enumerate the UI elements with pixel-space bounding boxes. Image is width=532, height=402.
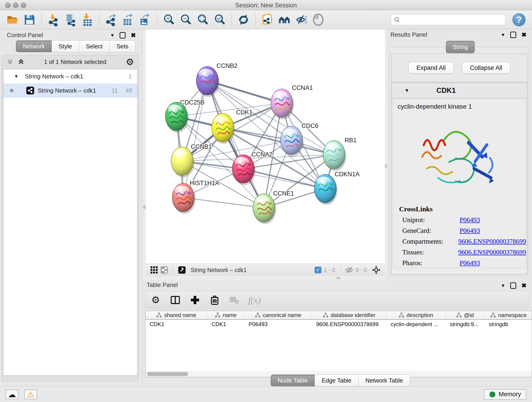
warning-icon[interactable]: ⚠ xyxy=(24,390,37,399)
node-description: cyclin-dependent kinase 1 xyxy=(398,103,526,110)
network-node-cdc6[interactable]: CDC6 xyxy=(280,122,318,157)
panel-float-icon[interactable] xyxy=(510,282,516,289)
panel-float-icon[interactable] xyxy=(120,32,126,38)
splitter-left[interactable] xyxy=(143,29,146,280)
zoom-in-icon[interactable] xyxy=(162,12,176,27)
fit-selected-crosshair-icon[interactable] xyxy=(371,264,382,275)
splitter-grip[interactable] xyxy=(143,205,146,209)
hide-details-eye-slash-icon[interactable] xyxy=(294,12,308,27)
tab-node-table[interactable]: Node Table xyxy=(271,375,315,386)
panel-menu-icon[interactable]: ▼ xyxy=(110,33,115,38)
save-session-icon[interactable] xyxy=(22,12,37,27)
network-share-view-icon[interactable] xyxy=(159,265,169,275)
column-header-name[interactable]: name xyxy=(207,311,244,319)
panel-close-icon[interactable]: ✖ xyxy=(131,32,136,38)
node-label-cdkn1a: CDKN1A xyxy=(335,171,360,178)
zoom-fit-icon[interactable] xyxy=(196,12,210,27)
network-canvas[interactable]: CCNB2CCNA1CDC25BCDK1CDC6RB1CCNB1CCNA2CDK… xyxy=(146,29,385,264)
help-icon[interactable]: ? xyxy=(512,13,526,26)
tab-sets[interactable]: Sets xyxy=(109,40,135,52)
crosslink-link[interactable]: 9606.ENSP00000378699 xyxy=(458,249,526,256)
network-node-ccne1[interactable]: CCNE1 xyxy=(253,190,294,224)
tab-select[interactable]: Select xyxy=(79,40,109,52)
scrollbar-thumb[interactable] xyxy=(147,372,188,376)
edge-cdk1-rb1[interactable] xyxy=(223,128,334,155)
collection-count: 1 xyxy=(128,73,132,80)
network-node-rb1[interactable]: RB1 xyxy=(323,137,357,171)
add-column-icon[interactable] xyxy=(189,294,201,306)
import-network-file-icon[interactable] xyxy=(46,12,60,27)
tree-expand-icon[interactable]: ▼ xyxy=(14,74,19,79)
network-node-ccna1[interactable]: CCNA1 xyxy=(271,84,313,119)
show-columns-icon[interactable] xyxy=(169,294,181,306)
table-row[interactable]: CDK1CDK1P064939606.ENSP00000378699cyclin… xyxy=(146,320,532,329)
hidden-eye-slash-icon[interactable] xyxy=(345,266,353,274)
open-session-icon[interactable] xyxy=(6,12,20,27)
tab-network[interactable]: Network xyxy=(16,40,52,52)
collapse-all-button[interactable]: Collapse All xyxy=(462,62,510,74)
network-node-cdkn1a[interactable]: CDKN1A xyxy=(314,171,360,205)
grid-view-icon[interactable] xyxy=(149,265,159,275)
function-builder-icon[interactable]: f(x) xyxy=(248,295,261,306)
delete-column-trash-icon[interactable] xyxy=(209,294,221,306)
panel-close-icon[interactable]: ✖ xyxy=(521,283,526,289)
column-header-shared-name[interactable]: shared name xyxy=(146,311,207,319)
open-in-window-icon[interactable] xyxy=(177,265,187,275)
expand-all-chevron-icon[interactable] xyxy=(18,58,25,65)
search-field-wrap xyxy=(391,14,505,25)
network-node-ccna2[interactable]: CCNA2 xyxy=(232,151,273,185)
export-network-icon[interactable] xyxy=(104,12,118,27)
crosslink-link[interactable]: P06493 xyxy=(460,216,480,224)
zoom-selected-icon[interactable] xyxy=(213,12,227,27)
panel-menu-icon[interactable]: ▼ xyxy=(501,32,505,37)
crosslink-link[interactable]: P06493 xyxy=(460,259,480,267)
node-section-header[interactable]: ▼ CDK1 xyxy=(392,83,527,98)
apply-layout-icon[interactable] xyxy=(236,12,251,27)
export-table-icon[interactable] xyxy=(121,12,135,27)
column-type-icon xyxy=(156,313,162,318)
glass-ball-icon[interactable] xyxy=(311,12,325,27)
panel-float-icon[interactable] xyxy=(510,32,516,38)
window-title: Session: New Session xyxy=(0,2,532,9)
export-image-icon[interactable] xyxy=(138,12,152,27)
section-collapse-icon[interactable]: ▼ xyxy=(404,88,409,94)
selected-checkbox-icon[interactable]: ✓ xyxy=(315,267,322,274)
collapse-all-chevron-icon[interactable] xyxy=(7,58,13,65)
table-settings-gear-icon[interactable]: ⚙ xyxy=(150,294,162,306)
tab-network-table[interactable]: Network Table xyxy=(358,375,410,386)
column-header-description[interactable]: description xyxy=(386,311,446,319)
clone-network-icon[interactable] xyxy=(260,12,274,27)
tab-string[interactable]: String xyxy=(446,41,475,53)
edge-ccnb2-ccne1[interactable] xyxy=(207,81,264,208)
houses-icon[interactable] xyxy=(277,12,291,27)
tab-edge-table[interactable]: Edge Table xyxy=(315,375,359,386)
cloud-icon[interactable]: ☁ xyxy=(6,390,18,399)
network-node-cdc25b[interactable]: CDC25B xyxy=(165,99,205,133)
column-header-canonical-name[interactable]: canonical name xyxy=(244,311,312,319)
memory-button[interactable]: Memory xyxy=(484,389,526,400)
column-header-namespace[interactable]: namespace xyxy=(485,311,532,319)
network-collection-row[interactable]: ▼ String Network – cdk1 1 xyxy=(3,69,137,83)
column-header-database-identifier[interactable]: database identifier xyxy=(312,311,386,319)
network-node-hist1h1a[interactable]: HIST1H1A xyxy=(172,180,219,214)
splitter-right[interactable] xyxy=(385,29,387,280)
panel-close-icon[interactable]: ✖ xyxy=(521,32,526,38)
crosslink-link[interactable]: 9606.ENSP00000378699 xyxy=(458,238,526,245)
crosslinks-rows: Uniprot:P06493GeneCard:P06493Compartment… xyxy=(399,216,526,267)
search-input[interactable] xyxy=(391,14,505,25)
splitter-grip[interactable] xyxy=(336,277,340,279)
crosslink-link[interactable]: P06493 xyxy=(460,227,480,235)
tab-style[interactable]: Style xyxy=(51,40,79,52)
table-rows: CDK1CDK1P064939606.ENSP00000378699cyclin… xyxy=(146,320,532,329)
zoom-out-icon[interactable] xyxy=(179,12,193,27)
panel-menu-icon[interactable]: ▼ xyxy=(501,283,505,288)
delete-table-icon[interactable] xyxy=(228,294,240,306)
column-header--id[interactable]: @id xyxy=(446,311,485,319)
network-node-ccnb2[interactable]: CCNB2 xyxy=(196,62,238,97)
import-network-database-icon[interactable] xyxy=(63,12,77,27)
import-table-icon[interactable] xyxy=(80,12,94,27)
control-panel-title: Control Panel xyxy=(7,32,43,39)
network-row-selected[interactable]: String Network – cdk1 11 48 xyxy=(3,83,137,98)
gear-icon[interactable]: ⚙ xyxy=(126,57,134,66)
expand-all-button[interactable]: Expand All xyxy=(409,62,454,74)
